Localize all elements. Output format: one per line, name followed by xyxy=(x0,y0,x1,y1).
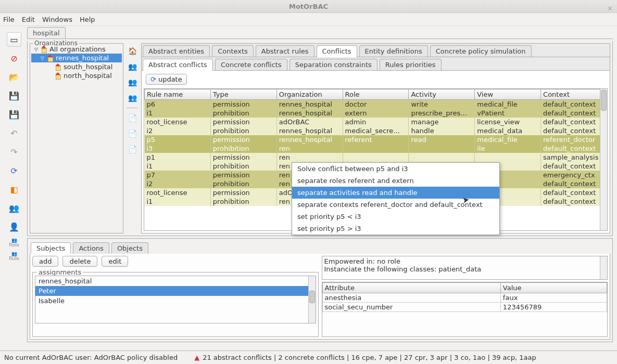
tree-item-north[interactable]: north_hospital xyxy=(31,71,122,80)
redo-icon[interactable]: ↷ xyxy=(7,145,21,159)
undo-icon[interactable]: ↶ xyxy=(7,126,21,140)
window-titlebar: MotOrBAC ✕ xyxy=(0,0,617,13)
brand-icon[interactable]: ◧ xyxy=(7,182,21,197)
organizations-tree: Organizations ▽ All organizations ▽ renn… xyxy=(30,43,123,233)
status-right: 21 abstract conflicts | 2 concrete confl… xyxy=(203,354,536,361)
context-menu-item[interactable]: set priority p5 > i3 xyxy=(292,223,499,235)
statusbar: No current AdOrBAC user: AdOrBAC policy … xyxy=(0,350,617,364)
close-icon[interactable]: ✕ xyxy=(607,2,613,15)
col-header[interactable]: Type xyxy=(210,89,276,100)
top-tab[interactable]: Abstract entities xyxy=(143,45,210,57)
lower-tab[interactable]: Subjects xyxy=(31,242,71,254)
users-icon[interactable]: 👥 xyxy=(7,201,21,215)
doc-edit-icon[interactable]: 📄 xyxy=(127,128,138,139)
context-menu-item[interactable]: separate roles referent and extern xyxy=(292,175,499,187)
assignments-list[interactable]: rennes_hospitalPeterIsabelle xyxy=(35,276,316,323)
info-line: Instanciate the following classes: patie… xyxy=(324,265,606,273)
doc-del-icon[interactable]: 📄 xyxy=(127,144,138,155)
table-row[interactable]: p5permissionrennes_hospitalreferentreadm… xyxy=(145,135,607,144)
menu-help[interactable]: Help xyxy=(80,16,95,23)
delete-button[interactable]: delete xyxy=(62,256,97,267)
vertical-scrollbar[interactable] xyxy=(600,256,607,279)
expand-icon[interactable]: ▽ xyxy=(34,47,38,52)
sub-tab[interactable]: Separation constraints xyxy=(289,59,377,70)
list-item[interactable]: Isabelle xyxy=(35,296,316,306)
home-icon xyxy=(46,55,54,62)
vertical-scrollbar[interactable] xyxy=(308,276,316,323)
lower-panel: SubjectsActionsObjects add delete edit a… xyxy=(27,238,613,342)
sub-tab[interactable]: Abstract conflicts xyxy=(143,59,213,70)
info-box: Empowered in: no role Instanciate the fo… xyxy=(322,256,608,280)
home-icon xyxy=(54,72,61,80)
mini-toolbar: 🏠 👥 👥 👥 📄 📄 📄 xyxy=(125,43,139,233)
attribute-table[interactable]: Attribute Value anesthesiafauxsocial_sec… xyxy=(322,282,608,337)
new-icon[interactable]: ▭ xyxy=(7,32,21,47)
window-title: MotOrBAC xyxy=(289,3,328,10)
table-row[interactable]: i3prohibitionreniledefault_context xyxy=(145,144,607,153)
policy-tab-hospital[interactable]: hospital xyxy=(27,27,66,38)
sub-tab[interactable]: Rules priorities xyxy=(380,59,442,70)
delete-icon[interactable]: ⊘ xyxy=(7,51,21,66)
group1-icon[interactable]: 👥 xyxy=(127,61,138,72)
table-row[interactable]: root_licensepermissionadOrBACadminmanage… xyxy=(145,118,607,126)
assignments-box: assignments rennes_hospitalPeterIsabelle xyxy=(32,272,319,337)
save-icon[interactable]: 💾 xyxy=(7,88,21,103)
rule-icon[interactable]: 👥Rule xyxy=(9,252,19,261)
table-row[interactable]: social_secu_number123456789 xyxy=(322,303,607,312)
saveas-icon[interactable]: 💾 xyxy=(7,107,21,122)
top-tab[interactable]: Contexts xyxy=(212,45,254,57)
menu-windows[interactable]: Windows xyxy=(42,16,72,23)
lower-tab[interactable]: Actions xyxy=(73,242,109,254)
col-value[interactable]: Value xyxy=(500,283,607,293)
add-button[interactable]: add xyxy=(32,256,58,267)
col-header[interactable]: View xyxy=(475,89,541,100)
sub-tabs: Abstract conflictsConcrete conflictsSepa… xyxy=(142,57,610,71)
expand-icon[interactable]: ▽ xyxy=(41,56,44,61)
tree-item-rennes[interactable]: ▽ rennes_hospital xyxy=(31,54,122,62)
col-header[interactable]: Rule name xyxy=(145,89,211,100)
col-header[interactable]: Organization xyxy=(276,89,343,100)
doc-add-icon[interactable]: 📄 xyxy=(127,112,138,124)
role-icon[interactable]: 👥Role xyxy=(9,238,19,248)
list-item[interactable]: rennes_hospital xyxy=(35,276,316,286)
open-icon[interactable]: 📂 xyxy=(7,70,21,84)
list-item[interactable]: Peter xyxy=(35,286,316,296)
lower-tab[interactable]: Objects xyxy=(111,242,148,254)
top-tabs: Abstract entitiesContextsAbstract rulesC… xyxy=(142,44,610,57)
menubar: File Edit Windows Help xyxy=(0,13,617,26)
top-tab[interactable]: Abstract rules xyxy=(256,45,314,57)
top-tab[interactable]: Conflicts xyxy=(317,45,357,57)
col-header[interactable]: Activity xyxy=(409,89,475,100)
info-line: Empowered in: no role xyxy=(324,257,606,265)
col-attribute[interactable]: Attribute xyxy=(322,283,500,293)
update-button[interactable]: ⟳ update xyxy=(146,74,187,85)
col-header[interactable]: Context xyxy=(541,89,607,100)
warning-icon: ▲ xyxy=(194,354,199,361)
table-row[interactable]: p1permissionrensample_analysis xyxy=(145,153,607,162)
edit-button[interactable]: edit xyxy=(102,256,128,267)
table-row[interactable]: i2prohibitionrennes_hospitalmedical_secr… xyxy=(145,126,607,135)
lower-tabs: SubjectsActionsObjects xyxy=(30,241,610,254)
refresh-small-icon: ⟳ xyxy=(150,75,156,83)
table-row[interactable]: i1prohibitionrennes_hospitalexternprescr… xyxy=(145,109,607,118)
home-mini-icon[interactable]: 🏠 xyxy=(127,45,138,57)
refresh-icon[interactable]: ⟳ xyxy=(7,163,21,178)
sub-tab[interactable]: Concrete conflicts xyxy=(215,59,287,70)
top-tab[interactable]: Concrete policy simulation xyxy=(430,45,532,57)
top-tab[interactable]: Entity definitions xyxy=(359,45,428,57)
tree-item-south[interactable]: south_hospital xyxy=(31,62,122,71)
col-header[interactable]: Role xyxy=(343,89,409,100)
user-icon[interactable]: 👤 xyxy=(7,219,21,234)
vertical-scrollbar[interactable] xyxy=(600,89,607,230)
status-left: No current AdOrBAC user: AdOrBAC policy … xyxy=(4,354,178,361)
home-icon xyxy=(40,46,47,53)
menu-edit[interactable]: Edit xyxy=(22,16,35,23)
table-row[interactable]: p6permissionrennes_hospitaldoctorwriteme… xyxy=(145,100,607,109)
context-menu-item[interactable]: set priority p5 < i3 xyxy=(292,211,499,223)
context-menu-item[interactable]: Solve conflict between p5 and i3 xyxy=(292,163,499,175)
menu-file[interactable]: File xyxy=(3,16,15,23)
policy-tabs: hospital xyxy=(27,27,613,39)
group3-icon[interactable]: 👥 xyxy=(127,92,138,103)
table-row[interactable]: anesthesiafaux xyxy=(322,293,607,303)
group2-icon[interactable]: 👥 xyxy=(127,76,138,88)
